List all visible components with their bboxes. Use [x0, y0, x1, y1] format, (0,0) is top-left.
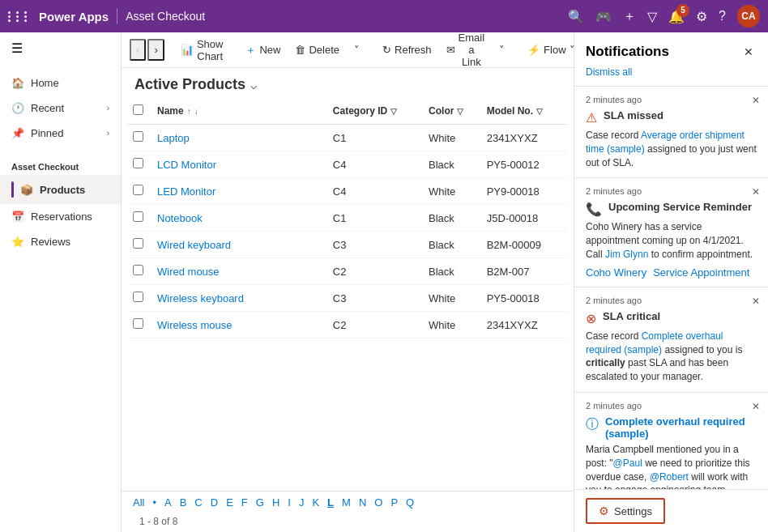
col-header-name[interactable]: Name ↑ ↓	[152, 98, 328, 125]
topbar-app-name: Power Apps	[39, 10, 109, 23]
row-checkbox[interactable]	[133, 238, 143, 249]
pagination-letter[interactable]: M	[339, 495, 354, 510]
product-name-cell[interactable]: Wired keyboard	[152, 232, 328, 258]
col-header-model[interactable]: Model No. ▽	[482, 98, 567, 125]
product-name-cell[interactable]: Wired mouse	[152, 258, 328, 285]
refresh-button[interactable]: ↻ Refresh	[376, 40, 438, 60]
table-row: Wireless keyboard C3 White PY5-00018	[128, 285, 567, 312]
pagination-letter[interactable]: F	[238, 495, 251, 510]
at-robert-link[interactable]: @Robert	[650, 471, 689, 483]
product-name-cell[interactable]: Wireless keyboard	[152, 285, 328, 312]
notif-close-3[interactable]: ✕	[752, 296, 760, 307]
sidebar-item-reservations[interactable]: 📅 Reservations	[0, 204, 121, 229]
pagination-letter[interactable]: A	[161, 495, 175, 510]
filter-icon[interactable]: ▽	[647, 9, 657, 24]
delete-button[interactable]: 🗑 Delete	[288, 40, 346, 60]
pagination-letter[interactable]: L	[324, 495, 337, 510]
select-all-checkbox[interactable]	[133, 104, 143, 115]
expand-button-1[interactable]: ˅	[348, 40, 366, 60]
pagination-letter[interactable]: N	[356, 495, 369, 510]
pagination-bar: All•ABCDEFGHIJKLMNOPQ	[122, 491, 574, 513]
record-count: 1 - 8 of 8	[134, 516, 182, 527]
new-button[interactable]: ＋ New	[239, 39, 287, 62]
hamburger-icon[interactable]: ☰	[0, 32, 121, 64]
flow-icon: ⚡	[527, 44, 540, 56]
show-chart-button[interactable]: 📊 Show Chart	[174, 34, 230, 66]
product-name-cell[interactable]: LCD Monitor	[152, 151, 328, 178]
sidebar-item-pinned[interactable]: 📌 Pinned ›	[0, 121, 121, 146]
sort-icon-name[interactable]: ↑	[187, 107, 191, 116]
pagination-letter[interactable]: G	[253, 495, 267, 510]
notification-item-overhaul: 2 minutes ago ✕ ⓘ Complete overhaul requ…	[574, 392, 768, 489]
pagination-letter[interactable]: P	[387, 495, 401, 510]
pagination-letter[interactable]: J	[296, 495, 308, 510]
help-icon[interactable]: ?	[719, 9, 726, 23]
notif-close-1[interactable]: ✕	[752, 95, 760, 106]
pagination-letter[interactable]: B	[177, 495, 190, 510]
notif-close-4[interactable]: ✕	[752, 401, 760, 412]
pagination-letter[interactable]: I	[284, 495, 294, 510]
notif-close-2[interactable]: ✕	[752, 186, 760, 198]
settings-icon[interactable]: ⚙	[696, 9, 707, 24]
filter-icon-color[interactable]: ▽	[457, 107, 463, 116]
notifications-close-button[interactable]: ✕	[740, 44, 757, 60]
row-checkbox[interactable]	[133, 131, 143, 142]
sidebar-item-home[interactable]: 🏠 Home	[0, 70, 121, 96]
list-title-chevron[interactable]: ⌵	[250, 79, 257, 92]
sla-critical-link[interactable]: Complete overhaul required (sample)	[586, 330, 723, 355]
sidebar-item-reviews[interactable]: ⭐ Reviews	[0, 229, 121, 254]
sort-desc-icon[interactable]: ↓	[194, 107, 198, 116]
pagination-letter[interactable]: D	[207, 495, 221, 510]
coho-winery-link[interactable]: Coho Winery	[586, 266, 646, 279]
add-icon[interactable]: ＋	[623, 8, 636, 25]
search-icon[interactable]: 🔍	[568, 9, 584, 24]
pagination-letter[interactable]: E	[223, 495, 237, 510]
pagination-letter[interactable]: O	[371, 495, 386, 510]
apps-icon[interactable]	[8, 5, 31, 28]
col-header-category[interactable]: Category ID ▽	[328, 98, 424, 125]
filter-icon-category[interactable]: ▽	[390, 107, 397, 116]
sidebar-item-products[interactable]: 📦 Products	[0, 175, 121, 204]
topbar: Power Apps Asset Checkout 🔍 🎮 ＋ ▽ 🔔 5 ⚙ …	[0, 0, 768, 32]
pagination-letter[interactable]: Q	[403, 495, 417, 510]
bell-button[interactable]: 🔔 5	[668, 9, 685, 24]
expand-button-2[interactable]: ˅	[493, 40, 511, 60]
product-name-cell[interactable]: Laptop	[152, 125, 328, 151]
filter-icon-model[interactable]: ▽	[536, 107, 543, 116]
row-checkbox[interactable]	[133, 265, 143, 275]
row-checkbox[interactable]	[133, 292, 143, 302]
pagination-letter[interactable]: C	[191, 495, 205, 510]
overhaul-title[interactable]: Complete overhaul required (sample)	[605, 415, 757, 440]
chart-icon: 📊	[181, 44, 194, 56]
row-checkbox[interactable]	[133, 318, 143, 329]
row-checkbox[interactable]	[133, 211, 143, 222]
chevron-down-icon-2: ˅	[499, 44, 505, 56]
col-header-color[interactable]: Color ▽	[424, 98, 482, 125]
sidebar-item-recent[interactable]: 🕐 Recent ›	[0, 96, 121, 121]
game-controller-icon[interactable]: 🎮	[595, 9, 612, 24]
at-paul-link[interactable]: @Paul	[613, 458, 642, 469]
flow-button[interactable]: ⚡ Flow ˅	[521, 40, 574, 60]
model-cell: B2M-007	[482, 258, 567, 285]
avatar[interactable]: CA	[737, 5, 760, 28]
pagination-letter[interactable]: K	[309, 495, 322, 510]
jim-glynn-link[interactable]: Jim Glynn	[605, 249, 648, 260]
product-name-cell[interactable]: LED Monitor	[152, 178, 328, 205]
forward-button[interactable]: ›	[147, 39, 164, 61]
row-checkbox[interactable]	[133, 158, 143, 168]
product-name-cell[interactable]: Wireless mouse	[152, 312, 328, 338]
category-cell: C3	[328, 285, 424, 312]
row-checkbox[interactable]	[133, 185, 143, 195]
sla-missed-link[interactable]: Average order shipment time (sample)	[586, 130, 745, 155]
product-name-cell[interactable]: Notebook	[152, 205, 328, 232]
email-link-button[interactable]: ✉ Email a Link	[440, 32, 492, 72]
refresh-icon: ↻	[382, 44, 391, 56]
back-button[interactable]: ‹	[130, 39, 146, 61]
service-appointment-link[interactable]: Service Appointment	[653, 266, 749, 279]
reviews-icon: ⭐	[11, 236, 24, 248]
pagination-letter[interactable]: H	[269, 495, 283, 510]
dismiss-all-button[interactable]: Dismiss all	[574, 66, 768, 86]
category-cell: C4	[328, 151, 424, 178]
settings-button[interactable]: ⚙ Settings	[586, 498, 665, 524]
pagination-letter[interactable]: All	[130, 495, 147, 510]
